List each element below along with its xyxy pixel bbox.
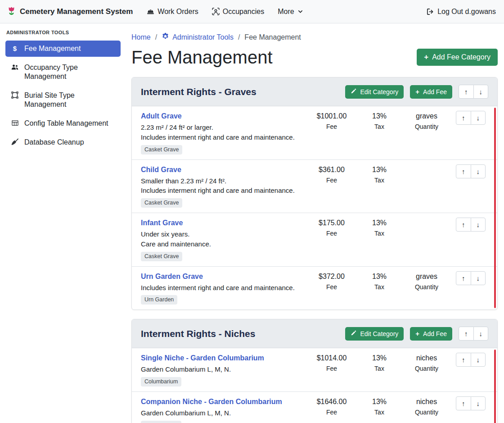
arrow-up-icon: ↑ (462, 220, 465, 229)
primary-nav: Work Orders Occupancies More (140, 4, 310, 19)
fee-type-badge: Urn Garden (141, 295, 177, 305)
fee-info: Adult Grave 2.23 m² / 24 ft² or larger. … (141, 111, 306, 155)
move-fee-down-button[interactable]: ↓ (471, 111, 486, 125)
move-fee-up-button[interactable]: ↑ (456, 164, 471, 178)
top-navbar: Cemetery Management System Work Orders O… (0, 0, 504, 23)
fee-tax-label: Tax (357, 175, 402, 185)
move-fee-up-button[interactable]: ↑ (456, 396, 471, 410)
breadcrumb-admin-tools-link[interactable]: Administrator Tools (162, 32, 234, 42)
breadcrumb-home-link[interactable]: Home (131, 33, 151, 41)
breadcrumb-separator: / (238, 33, 240, 41)
nav-work-orders-label: Work Orders (158, 8, 198, 16)
move-fee-down-button[interactable]: ↓ (471, 164, 486, 178)
fee-name-link[interactable]: Single Niche - Garden Columbarium (141, 353, 264, 363)
category-header: Interment Rights - Graves Edit Category … (132, 77, 497, 106)
nav-more-label: More (278, 8, 294, 16)
add-fee-category-button[interactable]: + Add Fee Category (417, 49, 498, 66)
fee-name-link[interactable]: Child Grave (141, 164, 181, 175)
add-fee-button[interactable]: + Add Fee (410, 85, 452, 99)
move-fee-down-button[interactable]: ↓ (471, 353, 486, 367)
table-icon (11, 119, 19, 127)
fee-info: Single Niche - Garden Columbarium Garden… (141, 353, 306, 387)
breadcrumb: Home / Administrator Tools / Fee Managem… (131, 32, 498, 42)
hard-hat-icon (147, 8, 154, 15)
arrow-down-icon: ↓ (477, 274, 480, 282)
arrow-down-icon: ↓ (477, 167, 480, 176)
fee-reorder-group: ↑ ↓ (456, 218, 486, 232)
fee-amount-label: Fee (306, 175, 357, 185)
breadcrumb-admin-tools-label: Administrator Tools (172, 33, 234, 41)
nav-work-orders[interactable]: Work Orders (140, 4, 205, 19)
arrow-down-icon: ↓ (477, 399, 480, 408)
sidebar-item-config-table-management[interactable]: Config Table Management (5, 115, 121, 132)
move-category-down-button[interactable]: ↓ (473, 85, 489, 99)
sidebar-item-label: Fee Management (24, 44, 81, 53)
fee-tax-label: Tax (357, 407, 402, 417)
plus-icon: + (424, 54, 428, 60)
fee-amount-label: Fee (306, 407, 357, 417)
move-category-down-button[interactable]: ↓ (473, 327, 489, 341)
fee-name-link[interactable]: Urn Garden Grave (141, 271, 203, 282)
breadcrumb-home-label: Home (131, 33, 151, 41)
arrow-down-icon: ↓ (477, 220, 480, 229)
move-fee-up-button[interactable]: ↑ (456, 111, 471, 125)
sidebar-item-database-cleanup[interactable]: Database Cleanup (5, 134, 121, 150)
sidebar-item-label: Config Table Management (24, 119, 108, 128)
category-title: Interment Rights - Niches (141, 327, 345, 341)
logout-link[interactable]: Log Out d.gowans (419, 4, 497, 19)
move-fee-down-button[interactable]: ↓ (471, 396, 486, 410)
fee-tax: 13% (357, 164, 402, 175)
fee-tax-label: Tax (357, 282, 402, 292)
fee-name-link[interactable]: Adult Grave (141, 111, 182, 121)
edit-category-button[interactable]: Edit Category (345, 327, 404, 341)
fee-type-badge: Columbarium (141, 377, 181, 387)
fee-row: Adult Grave 2.23 m² / 24 ft² or larger. … (132, 106, 497, 160)
fee-tax-label: Tax (357, 228, 402, 238)
arrow-down-icon: ↓ (479, 87, 483, 96)
fee-amount-column: $175.00 Fee (306, 218, 357, 238)
move-fee-up-button[interactable]: ↑ (456, 218, 471, 232)
breadcrumb-separator: / (155, 33, 157, 41)
edit-category-label: Edit Category (360, 88, 398, 96)
main-content: Home / Administrator Tools / Fee Managem… (126, 23, 504, 423)
move-fee-down-button[interactable]: ↓ (471, 271, 486, 285)
dollar-icon: $ (11, 45, 19, 53)
gear-icon (162, 32, 169, 42)
add-fee-button[interactable]: + Add Fee (410, 327, 452, 341)
fee-reorder-group: ↑ ↓ (456, 353, 486, 367)
arrow-up-icon: ↑ (462, 167, 465, 176)
fee-tax-column: 13% Tax (357, 396, 402, 417)
move-category-up-button[interactable]: ↑ (459, 327, 474, 341)
fee-row: Infant Grave Under six years. Care and m… (132, 213, 497, 267)
fee-row: Child Grave Smaller than 2.23 m² / 24 ft… (132, 160, 497, 214)
card-scrollbar[interactable] (494, 108, 496, 308)
fee-tax-column: 13% Tax (357, 271, 402, 292)
move-fee-down-button[interactable]: ↓ (471, 218, 486, 232)
fee-name-link[interactable]: Companion Niche - Garden Columbarium (141, 396, 282, 407)
category-actions: Edit Category + Add Fee ↑ ↓ (345, 327, 488, 341)
move-fee-up-button[interactable]: ↑ (456, 271, 471, 285)
fee-amount-label: Fee (306, 282, 357, 292)
page-title: Fee Management (131, 46, 273, 68)
nav-occupancies[interactable]: Occupancies (205, 4, 271, 19)
fee-reorder-group: ↑ ↓ (456, 111, 486, 125)
breadcrumb-current: Fee Management (244, 33, 301, 41)
edit-category-button[interactable]: Edit Category (345, 85, 404, 99)
fee-description: Smaller than 2.23 m² / 24 ft². (141, 176, 302, 186)
sidebar-item-occupancy-type-management[interactable]: Occupancy Type Management (5, 59, 121, 85)
card-scrollbar[interactable] (494, 350, 496, 423)
fee-description: Includes interment right and care and ma… (141, 186, 302, 196)
arrow-up-icon: ↑ (462, 274, 465, 282)
fee-tax-label: Tax (357, 122, 402, 132)
fee-type-badge: Casket Grave (141, 252, 182, 261)
move-category-up-button[interactable]: ↑ (459, 85, 474, 99)
fee-tax: 13% (357, 218, 402, 228)
fee-description: Garden Columbarium L, M, N. (141, 408, 302, 418)
nav-more[interactable]: More (271, 4, 310, 19)
move-fee-up-button[interactable]: ↑ (456, 353, 471, 367)
edit-category-label: Edit Category (360, 330, 398, 337)
sidebar-item-burial-site-type-management[interactable]: Burial Site Type Management (5, 87, 121, 113)
fee-type-badge: Casket Grave (141, 198, 182, 208)
fee-name-link[interactable]: Infant Grave (141, 218, 183, 228)
sidebar-item-fee-management[interactable]: $ Fee Management (5, 41, 121, 57)
